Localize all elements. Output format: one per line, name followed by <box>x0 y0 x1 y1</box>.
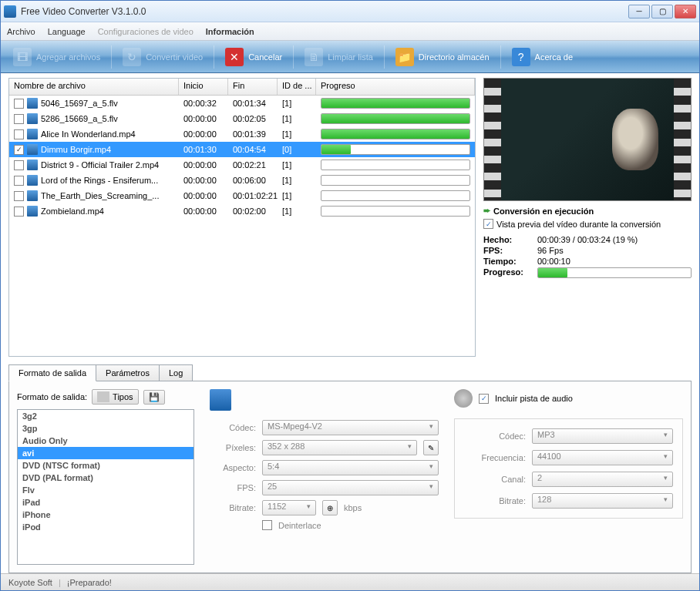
app-icon <box>4 5 16 18</box>
inicio-cell: 00:00:00 <box>179 159 228 171</box>
preview-panel: ➨ Conversión en ejecución ✓ Vista previa… <box>483 78 692 357</box>
menubar: Archivo Language Configuraciones de vide… <box>1 22 699 41</box>
table-row[interactable]: 5046_15697_a_5.flv00:00:3200:01:34[1] <box>9 96 475 111</box>
deinterlace-checkbox[interactable] <box>262 520 272 530</box>
id-cell: [1] <box>278 97 316 109</box>
minimize-button[interactable]: ─ <box>628 5 650 18</box>
codec-select[interactable]: MS-Mpeg4-V2 <box>262 420 439 435</box>
convert-button[interactable]: ↻Convertir video <box>115 45 210 69</box>
format-item[interactable]: DVD (NTSC format) <box>18 459 194 472</box>
table-row[interactable]: District 9 - Official Trailer 2.mp400:00… <box>9 157 475 173</box>
tiempo-label: Tiempo: <box>483 257 537 266</box>
menu-language[interactable]: Language <box>48 27 86 36</box>
fin-cell: 00:04:54 <box>228 143 278 156</box>
column-fin[interactable]: Fin <box>228 79 278 95</box>
bitrate-label: Bitrate: <box>210 503 256 512</box>
format-list[interactable]: 3g23gpAudio OnlyaviDVD (NTSC format)DVD … <box>17 409 194 565</box>
tipos-button[interactable]: Tipos <box>92 389 139 405</box>
file-list: Nombre de archivo Inicio Fin ID de ... P… <box>8 78 476 357</box>
format-item[interactable]: Flv <box>18 484 194 496</box>
window-title: Free Video Converter V3.1.0.0 <box>21 6 628 17</box>
clear-list-button[interactable]: 🗎Limpiar lista <box>297 45 381 69</box>
about-button[interactable]: ?Acerca de <box>504 45 581 69</box>
bitrate-input[interactable]: 1152 <box>262 500 316 515</box>
fps-select[interactable]: 25 <box>262 480 439 495</box>
row-checkbox[interactable] <box>14 129 24 139</box>
fps-value: 96 Fps <box>537 246 692 255</box>
audio-bitrate-label: Bitrate: <box>464 496 526 505</box>
row-checkbox[interactable] <box>14 99 24 109</box>
file-name: 5286_15669_a_5.flv <box>41 114 118 123</box>
fps-label: FPS: <box>483 246 537 255</box>
id-cell: [1] <box>278 205 316 217</box>
table-row[interactable]: The_Earth_Dies_Screaming_...00:00:0000:0… <box>9 188 475 203</box>
tab-params[interactable]: Parámetros <box>96 364 160 381</box>
video-content <box>501 79 674 200</box>
row-checkbox[interactable] <box>14 191 24 201</box>
bitrate-plus-button[interactable]: ⊕ <box>322 500 338 515</box>
audio-codec-select[interactable]: MP3 <box>532 428 673 444</box>
column-progreso[interactable]: Progreso <box>316 79 475 95</box>
file-icon <box>27 175 38 186</box>
column-id[interactable]: ID de ... <box>278 79 316 95</box>
format-item[interactable]: iPhone <box>18 509 194 521</box>
save-preset-button[interactable]: 💾 <box>143 390 165 405</box>
tab-output[interactable]: Formato de salida <box>8 364 96 381</box>
table-row[interactable]: Zombieland.mp400:00:0000:02:00[1] <box>9 203 475 219</box>
audio-bitrate-select[interactable]: 128 <box>532 493 673 509</box>
kbps-label: kbps <box>344 503 362 512</box>
table-row[interactable]: 5286_15669_a_5.flv00:00:0000:02:05[1] <box>9 111 475 126</box>
column-name[interactable]: Nombre de archivo <box>9 79 179 95</box>
aspect-label: Aspecto: <box>210 463 256 472</box>
format-item[interactable]: Audio Only <box>18 435 194 447</box>
row-checkbox[interactable] <box>14 176 24 186</box>
toolbar: 🎞Agregar archivos ↻Convertir video ✕Canc… <box>1 41 699 73</box>
edit-pixels-button[interactable]: ✎ <box>423 440 439 455</box>
add-files-button[interactable]: 🎞Agregar archivos <box>5 45 108 69</box>
types-icon <box>97 391 109 402</box>
filmstrip-right-icon <box>674 79 691 200</box>
column-inicio[interactable]: Inicio <box>179 79 228 95</box>
audio-freq-select[interactable]: 44100 <box>532 450 673 465</box>
row-checkbox[interactable] <box>14 114 24 124</box>
pixels-select[interactable]: 352 x 288 <box>262 440 417 455</box>
table-row[interactable]: ✓Dimmu Borgir.mp400:01:3000:04:54[0] <box>9 142 475 157</box>
cancel-button[interactable]: ✕Cancelar <box>217 45 290 69</box>
video-frame-image <box>612 109 658 170</box>
row-checkbox[interactable] <box>14 207 24 217</box>
close-button[interactable]: ✕ <box>675 5 696 18</box>
row-checkbox[interactable]: ✓ <box>14 145 24 155</box>
table-row[interactable]: Lord of the Rings - Ensiferum...00:00:00… <box>9 173 475 188</box>
include-audio-checkbox[interactable]: ✓ <box>479 394 489 404</box>
table-row[interactable]: Alice In Wonderland.mp400:00:0000:01:39[… <box>9 126 475 142</box>
menu-info[interactable]: Información <box>206 27 254 36</box>
progress-cell <box>316 189 475 203</box>
preview-checkbox[interactable]: ✓ <box>483 219 493 229</box>
id-cell: [1] <box>278 174 316 186</box>
row-checkbox[interactable] <box>14 160 24 170</box>
file-icon <box>27 190 38 201</box>
format-item[interactable]: 3gp <box>18 422 194 435</box>
file-icon <box>27 129 38 139</box>
maximize-button[interactable]: ▢ <box>651 5 673 18</box>
film-add-icon: 🎞 <box>13 48 32 66</box>
titlebar: Free Video Converter V3.1.0.0 ─ ▢ ✕ <box>1 1 699 22</box>
id-cell: [0] <box>278 143 316 156</box>
tab-log[interactable]: Log <box>159 364 193 381</box>
format-item[interactable]: iPad <box>18 496 194 509</box>
menu-archivo[interactable]: Archivo <box>7 27 35 36</box>
format-item[interactable]: iPod <box>18 521 194 533</box>
include-audio-label: Incluir pista de audio <box>495 394 573 403</box>
menu-config[interactable]: Configuraciones de video <box>98 27 194 36</box>
output-dir-button[interactable]: 📁Directorio almacén <box>388 45 497 69</box>
toolbar-separator <box>384 45 385 69</box>
format-item[interactable]: DVD (PAL format) <box>18 472 194 484</box>
format-item[interactable]: 3g2 <box>18 410 194 422</box>
main-area: Nombre de archivo Inicio Fin ID de ... P… <box>1 73 699 361</box>
format-item[interactable]: avi <box>18 447 194 459</box>
audio-canal-select[interactable]: 2 <box>532 472 673 487</box>
aspect-select[interactable]: 5:4 <box>262 460 439 475</box>
id-cell: [1] <box>278 159 316 171</box>
convert-icon: ↻ <box>123 48 141 66</box>
toolbar-separator <box>111 45 112 69</box>
